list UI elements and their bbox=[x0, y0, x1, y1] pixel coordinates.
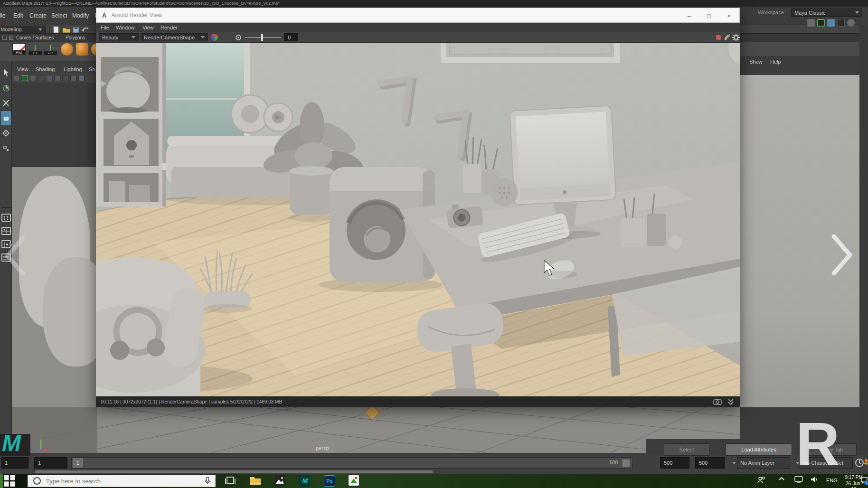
lasso-tool[interactable] bbox=[1, 82, 11, 94]
task-view-button[interactable] bbox=[225, 475, 236, 487]
arnold-menu-render[interactable]: Render bbox=[160, 23, 178, 32]
anim-snapshot-grid-icon[interactable] bbox=[622, 459, 630, 467]
exposure-icon[interactable] bbox=[235, 34, 242, 41]
paint-select-tool[interactable] bbox=[1, 97, 11, 109]
ipr-signal-icon[interactable] bbox=[724, 34, 731, 41]
panel-shadow-icon[interactable] bbox=[54, 75, 60, 81]
taskbar-search-box[interactable] bbox=[28, 475, 216, 487]
panel-menu-shading[interactable]: Shading bbox=[36, 65, 55, 74]
right-panel-menu-show[interactable]: Show bbox=[749, 57, 763, 66]
right-panel-menu-help[interactable]: Help bbox=[770, 57, 781, 66]
panel-camera-icon[interactable] bbox=[14, 75, 20, 81]
anim-layer-dropdown[interactable]: No Anim Layer bbox=[737, 457, 790, 469]
tray-chevron-up-icon[interactable] bbox=[778, 475, 785, 487]
arnold-menu-view[interactable]: View bbox=[142, 23, 154, 32]
layout-four-pane-button[interactable] bbox=[1, 227, 11, 235]
channel-box-toggle-icon[interactable] bbox=[827, 19, 835, 27]
action-center-icon[interactable]: 1 bbox=[860, 477, 868, 484]
panel-light-icon[interactable] bbox=[46, 75, 52, 81]
panel-film-icon[interactable] bbox=[38, 75, 44, 81]
shelf-menu-icon[interactable] bbox=[9, 36, 13, 40]
image-viewer-app-icon[interactable] bbox=[349, 475, 360, 487]
new-scene-icon[interactable] bbox=[54, 27, 58, 33]
maya-menu-file[interactable]: File bbox=[0, 7, 5, 25]
playback-start-field[interactable]: 1 bbox=[34, 457, 67, 469]
maya-menu-modify[interactable]: Modify bbox=[72, 7, 89, 25]
snapshot-camera-icon[interactable] bbox=[713, 398, 722, 405]
expand-double-chevron-icon[interactable] bbox=[727, 398, 734, 405]
shelf-item-sphere-icon[interactable] bbox=[61, 43, 73, 56]
range-slider-bar[interactable] bbox=[35, 470, 433, 473]
arnold-menu-file[interactable]: File bbox=[101, 23, 109, 32]
select-tool[interactable] bbox=[1, 66, 11, 79]
menuset-dropdown[interactable]: Modeling bbox=[0, 26, 46, 33]
keyframe-character-icon[interactable] bbox=[863, 458, 868, 468]
range-start-field[interactable]: 1 bbox=[1, 457, 28, 469]
maximize-button[interactable]: □ bbox=[699, 8, 718, 23]
search-input[interactable] bbox=[46, 478, 205, 485]
abort-render-icon[interactable] bbox=[716, 35, 721, 40]
viewport-left-scene[interactable] bbox=[12, 167, 96, 407]
microphone-icon[interactable] bbox=[205, 477, 210, 485]
exposure-slider-track[interactable] bbox=[245, 37, 281, 38]
panel-resolution-gate-icon[interactable] bbox=[78, 75, 85, 81]
close-button[interactable]: × bbox=[719, 8, 738, 23]
panel-menu-show[interactable]: Sh bbox=[89, 65, 95, 74]
aov-dropdown[interactable]: Beauty bbox=[99, 33, 139, 41]
start-button[interactable] bbox=[4, 475, 15, 487]
photoshop-app-icon[interactable]: Ps bbox=[324, 475, 335, 487]
minimize-button[interactable]: – bbox=[679, 8, 698, 23]
shelf-tab-icon[interactable] bbox=[2, 36, 7, 40]
chevron-down-icon[interactable] bbox=[732, 462, 736, 464]
maya-menu-select[interactable]: Select bbox=[51, 7, 67, 25]
people-tray-icon[interactable] bbox=[757, 475, 766, 487]
auto-keyframe-clock-icon[interactable] bbox=[855, 458, 864, 468]
arnold-title-bar[interactable]: A Arnold Render View – □ × bbox=[96, 8, 740, 23]
network-tray-icon[interactable] bbox=[794, 475, 803, 487]
render-canvas[interactable] bbox=[96, 43, 740, 396]
shelf-item-cp-icon[interactable]: CP bbox=[44, 43, 57, 55]
panel-selected-mode-icon[interactable] bbox=[22, 75, 28, 81]
maya-app-icon[interactable]: M bbox=[299, 475, 311, 487]
playback-end-field[interactable]: 500 bbox=[660, 457, 689, 469]
panel-aa-icon[interactable] bbox=[70, 75, 76, 81]
workspace-dropdown[interactable]: Maya Classic bbox=[791, 9, 862, 17]
maya-menu-create[interactable]: Create bbox=[29, 7, 47, 25]
attribute-editor-toggle-icon[interactable] bbox=[837, 19, 845, 27]
exposure-value-field[interactable]: 0 bbox=[284, 33, 298, 41]
panel-menu-lighting[interactable]: Lighting bbox=[64, 65, 82, 74]
volume-tray-icon[interactable] bbox=[810, 475, 819, 487]
range-end-field[interactable]: 500 bbox=[695, 457, 725, 469]
open-scene-icon[interactable] bbox=[63, 28, 70, 33]
shelf-item-hist-icon[interactable]: Hist bbox=[12, 43, 26, 55]
maya-menu-edit[interactable]: Edit bbox=[13, 7, 23, 25]
photos-app-icon[interactable] bbox=[274, 475, 286, 487]
panel-ao-icon[interactable] bbox=[62, 75, 68, 81]
render-settings-gear-icon[interactable] bbox=[732, 34, 740, 41]
render-camera-dropdown[interactable]: RenderCameraShape bbox=[141, 33, 208, 41]
previous-overlay-arrow-icon[interactable] bbox=[3, 235, 27, 276]
save-scene-icon[interactable] bbox=[73, 27, 79, 33]
file-toolbar-icons[interactable] bbox=[53, 26, 96, 33]
shelf-tab-curves-surfaces[interactable]: Curves / Surfaces bbox=[16, 34, 54, 42]
scale-tool[interactable] bbox=[1, 142, 11, 155]
arnold-menu-window[interactable]: Window bbox=[116, 23, 134, 32]
panel-grid-icon[interactable] bbox=[30, 75, 36, 81]
tool-settings-gear-icon[interactable] bbox=[847, 19, 855, 27]
shelf-tab-polygons[interactable]: Polygons bbox=[66, 34, 85, 42]
current-frame-marker[interactable]: 1 bbox=[73, 458, 83, 468]
exposure-slider-handle[interactable] bbox=[261, 34, 263, 41]
rgb-channels-icon[interactable] bbox=[211, 34, 218, 41]
select-button[interactable]: Select bbox=[664, 443, 709, 456]
panel-menu-view[interactable]: View bbox=[17, 65, 28, 74]
character-controls-icon[interactable] bbox=[817, 19, 825, 27]
snap-cube-icon[interactable] bbox=[807, 19, 815, 27]
next-overlay-arrow-icon[interactable] bbox=[829, 234, 855, 276]
layout-single-pane-button[interactable] bbox=[1, 214, 11, 222]
rotate-tool[interactable] bbox=[1, 127, 11, 140]
language-indicator[interactable]: ENG bbox=[826, 478, 838, 483]
undo-icon[interactable] bbox=[82, 28, 88, 32]
shelf-item-ft-icon[interactable]: FT bbox=[28, 43, 42, 55]
time-slider[interactable]: 1 500 bbox=[71, 457, 632, 469]
load-attributes-button[interactable]: Load Attributes bbox=[726, 443, 792, 456]
